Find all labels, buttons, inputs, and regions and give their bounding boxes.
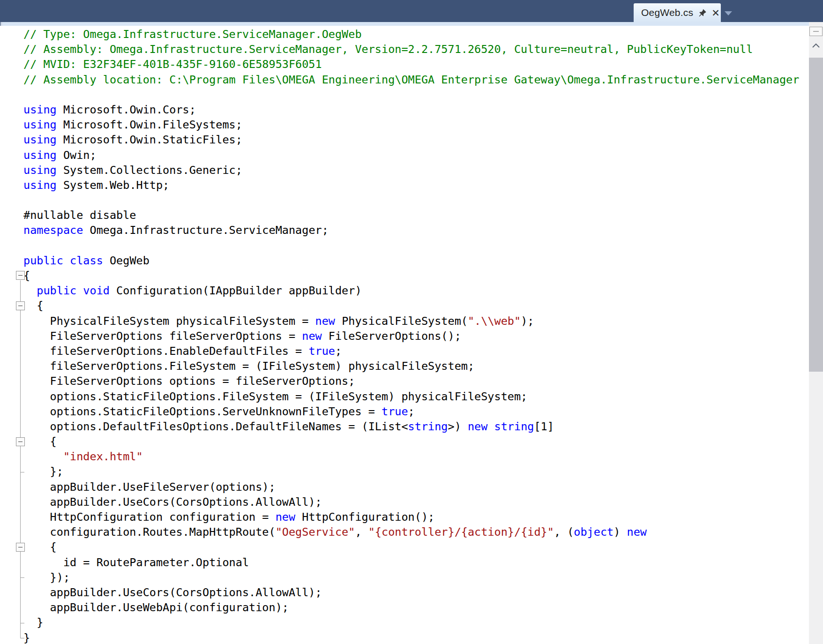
code-line: FileServerOptions options = fileServerOp…	[0, 374, 809, 389]
tab-list-chevron-icon[interactable]	[725, 11, 732, 15]
scrollbar-splitter-handle[interactable]	[809, 27, 823, 36]
pin-icon[interactable]	[698, 7, 707, 18]
code-line: options.StaticFileOptions.FileSystem = (…	[0, 389, 809, 404]
code-line: using System.Collections.Generic;	[0, 163, 809, 178]
code-area[interactable]: // Type: Omega.Infrastructure.ServiceMan…	[0, 26, 809, 644]
code-line: // Assembly location: C:\Program Files\O…	[0, 72, 809, 87]
code-line: public class OegWeb	[0, 253, 809, 268]
code-line	[0, 238, 809, 253]
code-line: {	[0, 539, 809, 554]
code-line: options.StaticFileOptions.ServeUnknownFi…	[0, 404, 809, 419]
title-bar: OegWeb.cs ✕	[0, 0, 823, 22]
chevron-up-icon	[811, 42, 821, 49]
code-line: using Microsoft.Owin.FileSystems;	[0, 117, 809, 132]
code-line: appBuilder.UseFileServer(options);	[0, 479, 809, 494]
code-lines: // Type: Omega.Infrastructure.ServiceMan…	[0, 26, 809, 644]
code-line: configuration.Routes.MapHttpRoute("OegSe…	[0, 524, 809, 539]
fold-toggle-collapse[interactable]	[16, 301, 25, 310]
code-line: HttpConfiguration configuration = new Ht…	[0, 509, 809, 524]
code-line: using System.Web.Http;	[0, 178, 809, 193]
code-line	[0, 193, 809, 208]
code-line: {	[0, 298, 809, 313]
code-line: // Type: Omega.Infrastructure.ServiceMan…	[0, 27, 809, 42]
code-line: {	[0, 268, 809, 283]
code-line: appBuilder.UseCors(CorsOptions.AllowAll)…	[0, 494, 809, 509]
code-line: appBuilder.UseCors(CorsOptions.AllowAll)…	[0, 585, 809, 600]
document-tab[interactable]: OegWeb.cs ✕	[634, 3, 721, 22]
code-line: fileServerOptions.EnableDefaultFiles = t…	[0, 344, 809, 359]
fold-toggle-collapse[interactable]	[16, 271, 25, 280]
code-line: appBuilder.UseWebApi(configuration);	[0, 600, 809, 615]
close-icon[interactable]: ✕	[711, 7, 720, 18]
code-line: id = RouteParameter.Optional	[0, 555, 809, 570]
code-line: PhysicalFileSystem physicalFileSystem = …	[0, 314, 809, 329]
code-line: FileServerOptions fileServerOptions = ne…	[0, 329, 809, 344]
code-line: "index.html"	[0, 449, 809, 464]
code-line: }	[0, 630, 809, 644]
code-line: // Assembly: Omega.Infrastructure.Servic…	[0, 42, 809, 57]
code-line: });	[0, 570, 809, 585]
code-line: }	[0, 615, 809, 630]
tab-label: OegWeb.cs	[641, 7, 693, 18]
code-line: public void Configuration(IAppBuilder ap…	[0, 283, 809, 298]
code-line: namespace Omega.Infrastructure.ServiceMa…	[0, 223, 809, 238]
code-line: fileServerOptions.FileSystem = (IFileSys…	[0, 359, 809, 374]
code-line: using Microsoft.Owin.Cors;	[0, 102, 809, 117]
code-line: using Microsoft.Owin.StaticFiles;	[0, 132, 809, 147]
code-line: using Owin;	[0, 148, 809, 163]
code-line: {	[0, 434, 809, 449]
fold-toggle-collapse[interactable]	[16, 437, 25, 446]
fold-toggle-collapse[interactable]	[16, 543, 25, 552]
code-line: #nullable disable	[0, 208, 809, 223]
editor-top-strip	[0, 22, 809, 26]
code-line: };	[0, 464, 809, 479]
code-line: options.DefaultFilesOptions.DefaultFileN…	[0, 419, 809, 434]
vertical-scrollbar[interactable]	[809, 22, 823, 644]
code-line: // MVID: E32F34EF-401B-435F-9160-6E58953…	[0, 57, 809, 72]
code-line	[0, 87, 809, 102]
scroll-up-button[interactable]	[809, 38, 823, 53]
scrollbar-thumb[interactable]	[809, 58, 823, 372]
